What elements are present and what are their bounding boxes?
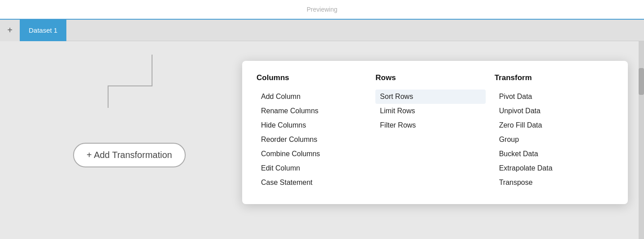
rows-header: Rows bbox=[375, 73, 485, 82]
menu-item-limit-rows[interactable]: Limit Rows bbox=[375, 104, 485, 118]
plus-icon: + bbox=[7, 25, 13, 35]
connector-line-vertical-2 bbox=[108, 85, 109, 108]
menu-item-pivot-data[interactable]: Pivot Data bbox=[495, 90, 605, 104]
menu-item-filter-rows[interactable]: Filter Rows bbox=[375, 118, 485, 132]
menu-item-hide-columns[interactable]: Hide Columns bbox=[257, 118, 366, 132]
add-transformation-button[interactable]: + Add Transformation bbox=[73, 143, 186, 167]
menu-item-unpivot-data[interactable]: Unpivot Data bbox=[495, 104, 605, 118]
menu-item-rename-columns[interactable]: Rename Columns bbox=[257, 104, 366, 118]
dataset-tab[interactable]: Dataset 1 bbox=[20, 20, 66, 41]
canvas: + Add Transformation Columns Add Column … bbox=[0, 41, 644, 239]
menu-item-reorder-columns[interactable]: Reorder Columns bbox=[257, 132, 366, 147]
menu-item-transpose[interactable]: Transpose bbox=[495, 175, 605, 190]
menu-item-add-column[interactable]: Add Column bbox=[257, 90, 366, 104]
dropdown-menu: Columns Add Column Rename Columns Hide C… bbox=[242, 61, 628, 204]
columns-section: Columns Add Column Rename Columns Hide C… bbox=[257, 73, 375, 190]
connector-line-horizontal bbox=[108, 85, 152, 86]
columns-header: Columns bbox=[257, 73, 366, 82]
connector-line-vertical bbox=[152, 55, 152, 86]
scrollbar[interactable] bbox=[639, 41, 644, 239]
menu-item-zero-fill-data[interactable]: Zero Fill Data bbox=[495, 118, 605, 132]
dataset-tab-label: Dataset 1 bbox=[29, 26, 57, 34]
menu-item-combine-columns[interactable]: Combine Columns bbox=[257, 147, 366, 161]
menu-item-case-statement[interactable]: Case Statement bbox=[257, 175, 366, 190]
menu-item-edit-column[interactable]: Edit Column bbox=[257, 161, 366, 175]
menu-item-group[interactable]: Group bbox=[495, 132, 605, 147]
transform-header: Transform bbox=[495, 73, 605, 82]
menu-item-bucket-data[interactable]: Bucket Data bbox=[495, 147, 605, 161]
rows-section: Rows Sort Rows Limit Rows Filter Rows bbox=[375, 73, 494, 190]
add-transformation-label: + Add Transformation bbox=[87, 150, 172, 160]
preview-text: Previewing bbox=[307, 6, 337, 13]
menu-item-extrapolate-data[interactable]: Extrapolate Data bbox=[495, 161, 605, 175]
menu-item-sort-rows[interactable]: Sort Rows bbox=[375, 90, 485, 104]
add-tab-button[interactable]: + bbox=[0, 20, 20, 41]
tab-area: + Dataset 1 bbox=[0, 20, 644, 41]
top-bar: Previewing bbox=[0, 0, 644, 20]
transform-section: Transform Pivot Data Unpivot Data Zero F… bbox=[495, 73, 614, 190]
scrollbar-thumb bbox=[639, 68, 644, 95]
dropdown-columns-container: Columns Add Column Rename Columns Hide C… bbox=[257, 73, 614, 190]
